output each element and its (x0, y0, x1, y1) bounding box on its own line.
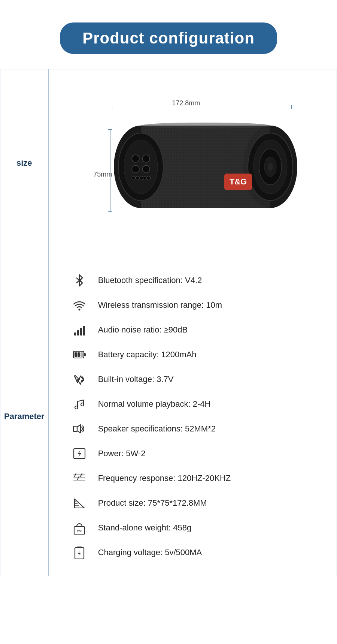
list-item: Bluetooth specification: V4.2 (71, 272, 325, 289)
list-item: Audio noise ratio: ≥90dB (71, 322, 325, 338)
svg-point-22 (268, 163, 273, 171)
svg-rect-38 (73, 426, 77, 431)
svg-point-12 (142, 165, 150, 173)
param-weight-text: Stand-alone weight: 458g (98, 523, 192, 533)
param-wireless-text: Wireless transmission range: 10m (98, 300, 222, 310)
svg-point-15 (139, 176, 143, 180)
list-item: Speaker specifications: 52MM*2 (71, 421, 325, 437)
battery-icon (71, 346, 88, 363)
weight-icon: KG (71, 520, 88, 536)
svg-point-8 (124, 140, 158, 194)
list-item: Built-in voltage: 3.7V (71, 371, 325, 388)
svg-rect-28 (77, 330, 79, 335)
size-image-cell: 172.8mm 75mm (48, 69, 337, 257)
svg-point-10 (142, 155, 150, 162)
list-item: Product size: 75*75*172.8MM (71, 495, 325, 511)
svg-rect-33 (75, 352, 77, 357)
param-power-text: Power: 5W-2 (98, 449, 146, 458)
parameter-cell: Bluetooth specification: V4.2 Wireless t… (48, 257, 337, 576)
bluetooth-icon (71, 272, 88, 289)
signal-icon (71, 322, 88, 338)
svg-point-17 (147, 176, 151, 180)
svg-rect-29 (80, 328, 82, 335)
parameter-row: Parameter Bluetooth specification: V4.2 (0, 257, 337, 576)
svg-rect-35 (81, 352, 83, 357)
svg-text:T&G: T&G (230, 177, 247, 186)
list-item: Charging voltage: 5v/500MA (71, 544, 325, 561)
wifi-icon (71, 297, 88, 313)
horizontal-dim-line (112, 107, 292, 107)
param-voltage-text: Built-in voltage: 3.7V (98, 374, 174, 384)
speaker-spec-icon (71, 421, 88, 437)
param-list: Bluetooth specification: V4.2 Wireless t… (71, 272, 325, 561)
svg-rect-27 (74, 332, 76, 335)
list-item: Wireless transmission range: 10m (71, 297, 325, 313)
size-row: size 172.8mm 75mm (0, 69, 337, 257)
svg-rect-32 (84, 353, 86, 356)
param-battery-text: Battery capacity: 1200mAh (98, 350, 197, 359)
list-item: Power: 5W-2 (71, 445, 325, 462)
param-playback-text: Normal volume playback: 2-4H (98, 399, 211, 409)
music-icon (71, 396, 88, 412)
svg-point-14 (136, 176, 139, 180)
voltage-icon (71, 371, 88, 388)
spec-table: size 172.8mm 75mm (0, 69, 337, 576)
list-item: Frequency response: 120HZ-20KHZ (71, 470, 325, 487)
vertical-dim-label: 75mm (93, 171, 112, 178)
param-audio-text: Audio noise ratio: ≥90dB (98, 325, 188, 335)
speaker-image: T&G (114, 114, 297, 221)
size-label: size (16, 158, 32, 168)
size-label-cell: size (0, 69, 49, 257)
power-icon (71, 445, 88, 462)
svg-rect-34 (78, 352, 80, 357)
svg-point-26 (78, 309, 80, 311)
parameter-label: Parameter (4, 412, 45, 421)
list-item: KG Stand-alone weight: 458g (71, 520, 325, 536)
svg-point-13 (132, 176, 136, 180)
header-section: Product configuration (0, 0, 337, 69)
frequency-icon (71, 470, 88, 487)
parameter-label-cell: Parameter (0, 257, 49, 576)
svg-rect-30 (83, 326, 85, 335)
svg-text:KG: KG (77, 529, 82, 532)
param-charging-text: Charging voltage: 5v/500MA (98, 548, 202, 557)
page-title: Product configuration (82, 29, 255, 47)
param-speaker-spec-text: Speaker specifications: 52MM*2 (98, 424, 216, 434)
speaker-diagram: 172.8mm 75mm (89, 84, 299, 242)
svg-point-16 (143, 176, 147, 180)
svg-point-25 (141, 123, 270, 129)
list-item: Battery capacity: 1200mAh (71, 346, 325, 363)
param-frequency-text: Frequency response: 120HZ-20KHZ (98, 473, 231, 483)
param-product-size-text: Product size: 75*75*172.8MM (98, 498, 207, 508)
svg-point-9 (132, 155, 139, 162)
svg-point-11 (132, 165, 139, 173)
product-size-icon (71, 495, 88, 511)
title-badge: Product configuration (60, 22, 277, 54)
charging-icon (71, 544, 88, 561)
horizontal-dim-label: 172.8mm (172, 99, 200, 107)
param-bluetooth-text: Bluetooth specification: V4.2 (98, 276, 202, 285)
list-item: Normal volume playback: 2-4H (71, 396, 325, 412)
svg-rect-52 (77, 547, 82, 548)
